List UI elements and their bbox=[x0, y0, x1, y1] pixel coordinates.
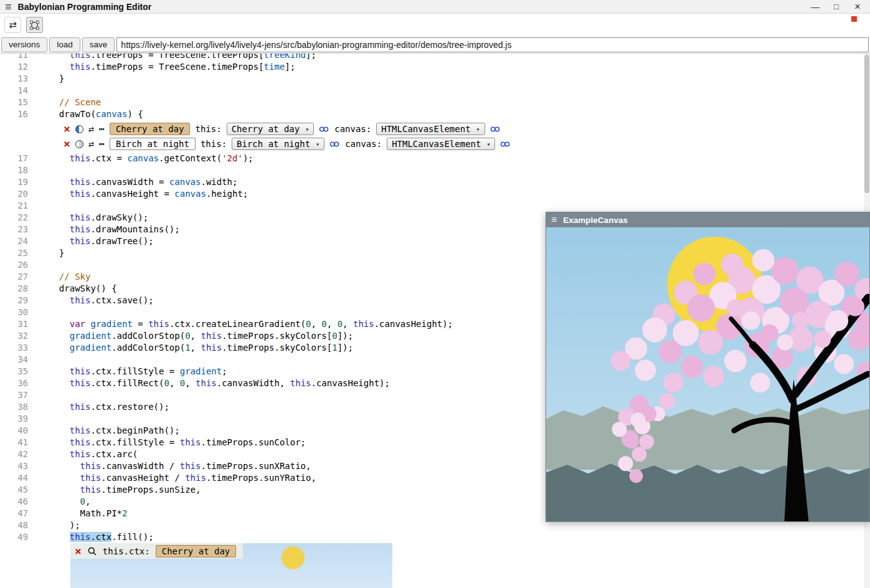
this-label: this: bbox=[201, 139, 227, 149]
line-number[interactable]: 35 bbox=[0, 366, 31, 377]
code-line[interactable]: 49 this.ctx.fill(); bbox=[0, 531, 870, 543]
line-number[interactable]: 33 bbox=[0, 342, 31, 354]
delete-probe-icon[interactable]: × bbox=[75, 546, 82, 557]
probe-example-button[interactable]: Cherry at day bbox=[156, 545, 237, 557]
titlebar: ≡ Babylonian Programming Editor — □ × bbox=[0, 0, 870, 14]
code-line[interactable]: 20 this.canvasHeight = canvas.height; bbox=[0, 188, 870, 200]
example-name-button[interactable]: Birch at night bbox=[110, 138, 196, 150]
example-options-icon[interactable]: ⋯ bbox=[99, 140, 105, 149]
code-line[interactable]: 15 // Scene bbox=[0, 97, 870, 108]
select-region-button[interactable] bbox=[26, 17, 43, 33]
link-icon[interactable] bbox=[500, 140, 511, 148]
code-line[interactable]: 13 } bbox=[0, 73, 870, 85]
example-name-button[interactable]: Cherry at day bbox=[110, 123, 191, 135]
code-line[interactable]: 14 bbox=[0, 85, 870, 97]
line-number[interactable]: 28 bbox=[0, 283, 31, 295]
line-number[interactable]: 37 bbox=[0, 389, 31, 401]
line-number[interactable]: 14 bbox=[0, 85, 31, 97]
line-number[interactable]: 20 bbox=[0, 188, 31, 200]
line-number[interactable]: 19 bbox=[0, 176, 31, 188]
line-number[interactable]: 49 bbox=[0, 531, 31, 543]
line-number[interactable]: 36 bbox=[0, 377, 31, 389]
line-number[interactable]: 42 bbox=[0, 448, 31, 460]
line-number[interactable]: 39 bbox=[0, 413, 31, 425]
code-line[interactable]: 17 this.ctx = canvas.getContext('2d'); bbox=[0, 153, 870, 164]
app-title: Babylonian Programming Editor bbox=[18, 2, 801, 12]
canvas-label: canvas: bbox=[334, 124, 371, 134]
example-active-toggle-icon[interactable] bbox=[75, 125, 83, 133]
line-number[interactable]: 23 bbox=[0, 224, 31, 235]
url-input[interactable] bbox=[116, 37, 869, 52]
line-number[interactable]: 17 bbox=[0, 153, 31, 164]
probe-expression: this.ctx: bbox=[103, 546, 150, 556]
scrollbar-thumb[interactable] bbox=[864, 55, 869, 193]
app-menu-icon[interactable]: ≡ bbox=[5, 1, 12, 12]
swap-connections-button[interactable]: ⇄ bbox=[4, 17, 21, 33]
line-number[interactable]: 11 bbox=[0, 54, 31, 61]
line-number[interactable]: 26 bbox=[0, 259, 31, 271]
line-number[interactable]: 18 bbox=[0, 164, 31, 176]
line-number[interactable]: 40 bbox=[0, 425, 31, 437]
code-line[interactable]: 11 this.treeProps = TreeScene.treeProps[… bbox=[0, 54, 870, 61]
link-icon[interactable] bbox=[490, 125, 501, 133]
chevron-down-icon: ▾ bbox=[305, 126, 309, 133]
line-number[interactable]: 15 bbox=[0, 97, 31, 108]
line-number[interactable]: 32 bbox=[0, 330, 31, 342]
example-canvas-scene bbox=[546, 227, 869, 521]
line-number[interactable]: 31 bbox=[0, 318, 31, 330]
canvas-value-dropdown[interactable]: HTMLCanvasElement ▾ bbox=[387, 138, 495, 150]
this-value-dropdown[interactable]: Cherry at day ▾ bbox=[227, 123, 314, 135]
delete-example-icon[interactable]: × bbox=[64, 138, 70, 149]
code-line[interactable]: 12 this.timeProps = TreeScene.timeProps[… bbox=[0, 61, 870, 73]
line-number[interactable]: 12 bbox=[0, 61, 31, 73]
line-number[interactable]: 43 bbox=[0, 460, 31, 472]
swap-example-icon[interactable]: ⇄ bbox=[88, 140, 94, 149]
line-number[interactable]: 13 bbox=[0, 73, 31, 85]
line-number[interactable]: 41 bbox=[0, 437, 31, 448]
example-canvas-titlebar[interactable]: ≡ ExampleCanvas bbox=[546, 212, 869, 227]
file-toolbar: versions load save bbox=[0, 36, 870, 54]
chevron-down-icon: ▾ bbox=[476, 126, 480, 133]
line-number[interactable]: 46 bbox=[0, 496, 31, 508]
example-canvas-window[interactable]: ≡ ExampleCanvas bbox=[546, 212, 870, 522]
line-number[interactable]: 24 bbox=[0, 235, 31, 247]
link-icon[interactable] bbox=[319, 125, 329, 133]
line-number[interactable]: 45 bbox=[0, 484, 31, 496]
code-line[interactable]: 18 bbox=[0, 164, 870, 176]
code-line[interactable]: 19 this.canvasWidth = canvas.width; bbox=[0, 176, 870, 188]
line-number[interactable]: 30 bbox=[0, 306, 31, 318]
close-button[interactable]: × bbox=[850, 1, 865, 12]
code-line[interactable]: 16 drawTo(canvas) { bbox=[0, 108, 870, 120]
versions-button[interactable]: versions bbox=[1, 37, 47, 52]
line-number[interactable]: 34 bbox=[0, 354, 31, 366]
example-row-cherry: × ⇄ ⋯ Cherry at day this: Cherry at day … bbox=[64, 121, 870, 136]
line-number[interactable]: 29 bbox=[0, 295, 31, 306]
magnifier-icon[interactable] bbox=[87, 546, 97, 556]
this-value-dropdown[interactable]: Birch at night ▾ bbox=[232, 138, 324, 150]
code-line[interactable]: 21 bbox=[0, 200, 870, 212]
line-number[interactable]: 44 bbox=[0, 472, 31, 484]
example-active-toggle-icon[interactable] bbox=[75, 140, 83, 148]
line-number[interactable]: 27 bbox=[0, 271, 31, 283]
status-indicator bbox=[851, 16, 857, 22]
save-button[interactable]: save bbox=[82, 37, 115, 52]
canvas-label: canvas: bbox=[345, 139, 382, 149]
line-number[interactable]: 48 bbox=[0, 519, 31, 531]
minimize-button[interactable]: — bbox=[808, 2, 823, 11]
swap-example-icon[interactable]: ⇄ bbox=[88, 125, 94, 134]
line-number[interactable]: 47 bbox=[0, 508, 31, 519]
line-number[interactable]: 38 bbox=[0, 401, 31, 413]
maximize-button[interactable]: □ bbox=[829, 2, 844, 11]
line-number[interactable]: 25 bbox=[0, 247, 31, 259]
dropdown-value: HTMLCanvasElement bbox=[381, 124, 470, 134]
window-menu-icon[interactable]: ≡ bbox=[551, 215, 557, 225]
link-icon[interactable] bbox=[329, 140, 340, 148]
line-number[interactable]: 22 bbox=[0, 212, 31, 224]
load-button[interactable]: load bbox=[49, 37, 80, 52]
example-probes: × ⇄ ⋯ Cherry at day this: Cherry at day … bbox=[64, 121, 870, 151]
delete-example-icon[interactable]: × bbox=[64, 123, 70, 135]
canvas-value-dropdown[interactable]: HTMLCanvasElement ▾ bbox=[376, 123, 485, 135]
line-number[interactable]: 21 bbox=[0, 200, 31, 212]
line-number[interactable]: 16 bbox=[0, 108, 31, 120]
example-options-icon[interactable]: ⋯ bbox=[99, 125, 105, 134]
